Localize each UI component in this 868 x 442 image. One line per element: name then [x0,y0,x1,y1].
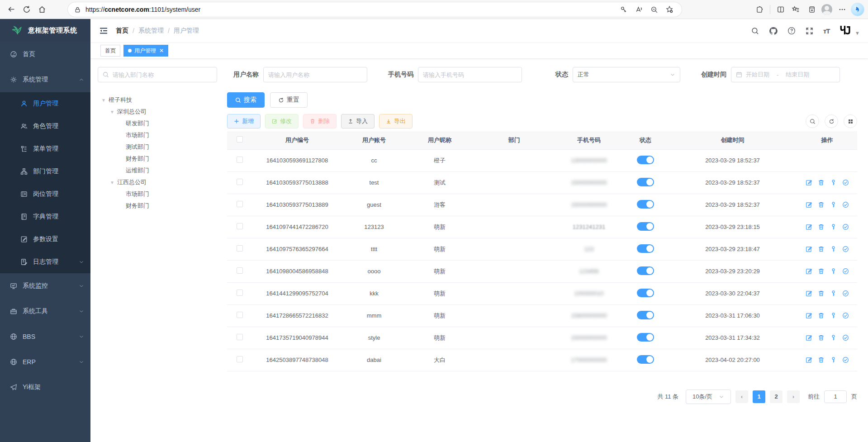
font-size-icon[interactable]: тT [823,27,830,35]
tree-node-橙子科技[interactable]: ▼橙子科技 [98,94,217,106]
prev-page-button[interactable]: ‹ [735,390,748,403]
status-toggle[interactable] [637,156,654,164]
sidebar-item-用户管理[interactable]: 用户管理 [0,92,90,115]
row-assign-role-icon[interactable] [842,334,849,341]
breadcrumb-system[interactable]: 系统管理 [138,27,164,35]
row-assign-role-icon[interactable] [842,356,849,363]
collections-icon[interactable] [788,2,804,17]
sidebar-toggle-icon[interactable] [98,25,109,37]
row-checkbox[interactable] [237,267,243,274]
sidebar-item-部门管理[interactable]: 部门管理 [0,160,90,183]
status-toggle[interactable] [637,200,654,209]
column-settings-button[interactable] [844,114,857,128]
refresh-table-button[interactable] [825,114,838,128]
row-reset-password-icon[interactable] [830,356,837,363]
tab-user-management[interactable]: 用户管理 ✕ [123,45,168,57]
row-assign-role-icon[interactable] [842,223,849,230]
split-screen-icon[interactable] [773,2,788,17]
phone-input[interactable] [423,71,517,78]
row-delete-icon[interactable] [818,356,825,363]
row-delete-icon[interactable] [818,290,825,297]
row-reset-password-icon[interactable] [830,268,837,275]
delete-button[interactable]: 删除 [303,114,337,128]
row-reset-password-icon[interactable] [830,223,837,230]
row-delete-icon[interactable] [818,312,825,319]
row-edit-icon[interactable] [806,312,812,319]
tree-node-市场部门[interactable]: 市场部门 [98,129,217,141]
page-button-1[interactable]: 1 [753,390,765,403]
sidebar-item-菜单管理[interactable]: 菜单管理 [0,138,90,160]
row-checkbox[interactable] [237,245,243,252]
row-delete-icon[interactable] [818,223,825,230]
row-assign-role-icon[interactable] [842,179,849,186]
date-range-picker[interactable]: 开始日期 - 结束日期 [731,67,840,82]
row-reset-password-icon[interactable] [830,179,837,186]
tree-node-市场部门[interactable]: 市场部门 [98,188,217,200]
sidebar-item-ERP[interactable]: ERP [0,349,90,375]
row-assign-role-icon[interactable] [842,201,849,208]
show-search-toggle-button[interactable] [806,114,819,128]
status-toggle[interactable] [637,289,654,297]
row-assign-role-icon[interactable] [842,246,849,252]
tab-close-icon[interactable]: ✕ [159,48,164,54]
row-checkbox[interactable] [237,312,243,318]
browser-profile-avatar[interactable] [819,2,835,17]
row-checkbox[interactable] [237,201,243,207]
row-checkbox[interactable] [237,334,243,340]
tree-node-运维部门[interactable]: 运维部门 [98,165,217,176]
row-edit-icon[interactable] [806,246,812,252]
select-all-checkbox[interactable] [237,136,243,143]
row-assign-role-icon[interactable] [842,312,849,319]
breadcrumb-home[interactable]: 首页 [116,27,128,35]
tree-node-深圳总公司[interactable]: ▼深圳总公司 [98,106,217,118]
row-edit-icon[interactable] [806,356,812,363]
browser-refresh-button[interactable] [19,2,34,17]
row-assign-role-icon[interactable] [842,290,849,297]
page-button-2[interactable]: 2 [770,390,783,403]
goto-page-input[interactable] [824,390,847,403]
sidebar-item-BBS[interactable]: BBS [0,324,90,349]
row-checkbox[interactable] [237,290,243,296]
status-toggle[interactable] [637,311,654,319]
tree-node-财务部门[interactable]: 财务部门 [98,153,217,165]
dept-search-input[interactable] [113,71,212,78]
sidebar-item-日志管理[interactable]: 日志管理 [0,251,90,273]
sidebar-item-字典管理[interactable]: 字典管理 [0,205,90,228]
add-button[interactable]: 新增 [227,114,261,128]
row-checkbox[interactable] [237,356,243,362]
status-toggle[interactable] [637,222,654,231]
status-toggle[interactable] [637,178,654,186]
row-edit-icon[interactable] [806,201,812,208]
reset-button[interactable]: 重置 [270,92,308,108]
row-assign-role-icon[interactable] [842,268,849,275]
add-tab-workspaces-icon[interactable] [804,2,819,17]
next-page-button[interactable]: › [787,390,800,403]
extensions-icon[interactable] [752,2,767,17]
row-edit-icon[interactable] [806,334,812,341]
sidebar-item-系统工具[interactable]: 系统工具 [0,299,90,324]
row-edit-icon[interactable] [806,268,812,275]
row-checkbox[interactable] [237,157,243,163]
row-delete-icon[interactable] [818,201,825,208]
row-reset-password-icon[interactable] [830,290,837,297]
zoom-out-icon[interactable] [646,2,662,17]
status-select[interactable]: 正常 [573,67,680,82]
edit-button[interactable]: 修改 [265,114,299,128]
sidebar-item-Yi框架[interactable]: Yi框架 [0,375,90,400]
tree-node-财务部门[interactable]: 财务部门 [98,200,217,212]
status-toggle[interactable] [637,266,654,275]
row-delete-icon[interactable] [818,246,825,252]
fullscreen-icon[interactable] [806,27,813,35]
help-icon[interactable] [787,27,796,35]
row-reset-password-icon[interactable] [830,334,837,341]
row-delete-icon[interactable] [818,179,825,186]
browser-menu-icon[interactable] [835,2,850,17]
sidebar-item-首页[interactable]: 首页 [0,42,90,67]
row-reset-password-icon[interactable] [830,246,837,252]
browser-home-button[interactable] [34,2,50,17]
user-menu-caret-icon[interactable]: ▼ [855,30,860,36]
page-size-select[interactable]: 10条/页 [686,390,731,404]
tab-home[interactable]: 首页 [100,45,120,57]
status-toggle[interactable] [637,333,654,342]
tree-expand-caret-icon[interactable]: ▼ [100,98,107,103]
